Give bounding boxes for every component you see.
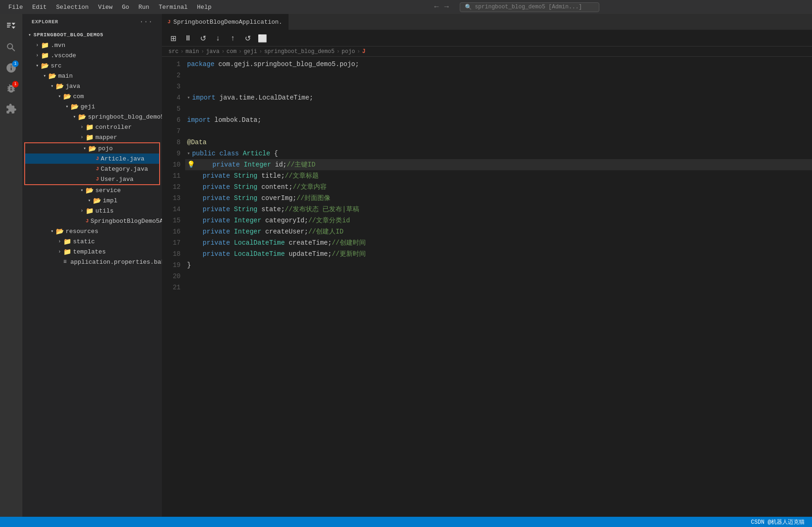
tree-item-resources[interactable]: ▾ 📂 resources (22, 226, 162, 236)
activity-debug[interactable]: 1 (2, 79, 20, 98)
menu-view[interactable]: View (94, 3, 116, 12)
code-line-7 (185, 126, 812, 137)
code-line-4: ▾ import java.time.LocalDateTime; (185, 92, 812, 103)
code-line-11: private String title;//文章标题 (185, 170, 812, 181)
pojo-label: pojo (98, 145, 159, 152)
appprops-icon: ≡ (63, 259, 67, 265)
toolbar-step-out-button[interactable]: ↑ (226, 33, 239, 43)
tree-item-pojo[interactable]: ▾ 📂 pojo (25, 143, 159, 153)
pojo-arrow: ▾ (81, 146, 88, 151)
main-arrow: ▾ (41, 73, 48, 79)
toolbar-restart-button[interactable]: ↺ (196, 33, 209, 43)
service-arrow: ▾ (78, 187, 86, 193)
menu-terminal[interactable]: Terminal (155, 3, 191, 12)
breadcrumb-sep-2: › (201, 48, 204, 55)
menu-edit[interactable]: Edit (28, 3, 50, 12)
main-label: main (58, 73, 162, 80)
activity-git[interactable]: 1 (2, 59, 20, 77)
tree-item-static[interactable]: › 📁 static (22, 236, 162, 247)
breadcrumb-demo5[interactable]: springboot_blog_demo5 (264, 48, 335, 55)
tree-item-user[interactable]: › J User.java (25, 174, 159, 184)
tree-item-article[interactable]: › J Article.java (25, 153, 159, 164)
code-line-12: private String content;//文章内容 (185, 181, 812, 193)
main-layout: 1 1 EXPLORER ··· ▾ SPRINGBOOT_BLOG_DEMO5 (0, 14, 812, 517)
activity-search[interactable] (2, 38, 20, 57)
category-java-icon: J (96, 166, 99, 172)
code-line-9: ▾ public class Article { (185, 148, 812, 159)
menu-file[interactable]: File (5, 3, 27, 12)
project-root[interactable]: ▾ SPRINGBOOT_BLOG_DEMO5 (22, 30, 162, 40)
tree-item-geji[interactable]: ▾ 📂 geji (22, 101, 162, 112)
toolbar-pause-button[interactable]: ⏸ (181, 33, 195, 43)
title-search-box[interactable]: 🔍 springboot_blog_demo5 [Admin...] (460, 2, 599, 12)
tab-bar: J SpringbootBlogDemoApplication. (162, 14, 812, 30)
breadcrumb-pojo[interactable]: pojo (342, 48, 355, 55)
title-bar: File Edit Selection View Go Run Terminal… (0, 0, 812, 14)
breadcrumb-geji[interactable]: geji (244, 48, 257, 55)
category-label: Category.java (101, 166, 159, 173)
tab-label: SpringbootBlogDemoApplication. (174, 19, 282, 26)
code-line-16: private Integer createUser;//创建人ID (185, 226, 812, 237)
pojo-selection-box: ▾ 📂 pojo › J Article.java › J Category.j… (24, 142, 160, 185)
tree-item-main-app[interactable]: › J SpringbootBlogDemo5Application.java (22, 216, 162, 226)
springboot-label: springboot_blog_demo5 (88, 113, 162, 120)
nav-arrows: ← → (432, 2, 450, 12)
breadcrumb-java[interactable]: java (206, 48, 220, 55)
editor-area: J SpringbootBlogDemoApplication. ⊞ ⏸ ↺ ↓… (162, 14, 812, 517)
activity-explorer[interactable] (2, 18, 20, 36)
tree-item-service[interactable]: ▾ 📂 service (22, 185, 162, 195)
nav-back-button[interactable]: ← (432, 2, 441, 12)
sidebar-header: EXPLORER ··· (22, 14, 162, 30)
toolbar-step-over-button[interactable]: ↓ (211, 33, 224, 43)
search-text: springboot_blog_demo5 [Admin...] (475, 4, 582, 10)
main-app-java-icon: J (86, 218, 89, 224)
geji-folder-icon: 📂 (71, 103, 79, 111)
utils-label: utils (95, 207, 162, 214)
toolbar-layout-button[interactable]: ⊞ (167, 33, 180, 43)
breadcrumb-com[interactable]: com (227, 48, 237, 55)
main-folder-icon: 📂 (48, 72, 56, 80)
tree-item-controller[interactable]: › 📁 controller (22, 122, 162, 132)
sidebar-title: EXPLORER (32, 19, 58, 25)
menu-selection[interactable]: Selection (52, 3, 92, 12)
code-line-10: 💡 private Integer id;//主键ID (185, 159, 812, 170)
code-content[interactable]: package com.geji.springboot_blog_demo5.p… (185, 57, 812, 517)
tree-item-utils[interactable]: › 📁 utils (22, 206, 162, 216)
tree-item-com[interactable]: ▾ 📂 com (22, 91, 162, 101)
user-java-icon: J (96, 176, 99, 182)
tree-item-src[interactable]: ▾ 📂 src (22, 60, 162, 71)
tree-item-category[interactable]: › J Category.java (25, 164, 159, 174)
breadcrumb-main[interactable]: main (186, 48, 199, 55)
toolbar-continue-button[interactable]: ↺ (241, 33, 254, 43)
activity-extensions[interactable] (2, 100, 20, 118)
tree-item-springboot[interactable]: ▾ 📂 springboot_blog_demo5 (22, 112, 162, 122)
code-line-18: private LocalDateTime updateTime;//更新时间 (185, 248, 812, 260)
breadcrumb-sep-1: › (181, 48, 184, 55)
resources-folder-icon: 📂 (56, 227, 64, 235)
code-line-2 (185, 70, 812, 81)
tree-item-mvn[interactable]: › 📁 .mvn (22, 40, 162, 50)
tree-item-mapper[interactable]: › 📁 mapper (22, 132, 162, 142)
code-line-3 (185, 81, 812, 92)
tree-item-templates[interactable]: › 📁 templates (22, 247, 162, 257)
utils-arrow: › (78, 208, 86, 213)
toolbar-stop-button[interactable]: ⬜ (256, 33, 269, 43)
tree-item-appprops[interactable]: › ≡ application.properties.bak (22, 257, 162, 267)
tree-item-vscode[interactable]: › 📁 .vscode (22, 50, 162, 60)
menu-run[interactable]: Run (134, 3, 153, 12)
code-line-5 (185, 103, 812, 114)
src-folder-icon: 📂 (41, 62, 49, 70)
nav-forward-button[interactable]: → (443, 2, 451, 12)
status-bar: CSDN @机器人迈克猫 (0, 517, 812, 527)
breadcrumb-src[interactable]: src (168, 48, 179, 55)
controller-folder-icon: 📁 (86, 123, 94, 131)
sidebar-more-button[interactable]: ··· (139, 18, 153, 26)
tree-item-main[interactable]: ▾ 📂 main (22, 71, 162, 81)
menu-help[interactable]: Help (193, 3, 215, 12)
tree-item-java[interactable]: ▾ 📂 java (22, 81, 162, 91)
tab-springboot-app[interactable]: J SpringbootBlogDemoApplication. (162, 14, 289, 30)
tree-item-impl[interactable]: ▾ 📂 impl (22, 195, 162, 206)
impl-folder-icon: 📂 (93, 197, 101, 205)
code-line-6: import lombok.Data; (185, 114, 812, 126)
menu-go[interactable]: Go (118, 3, 133, 12)
